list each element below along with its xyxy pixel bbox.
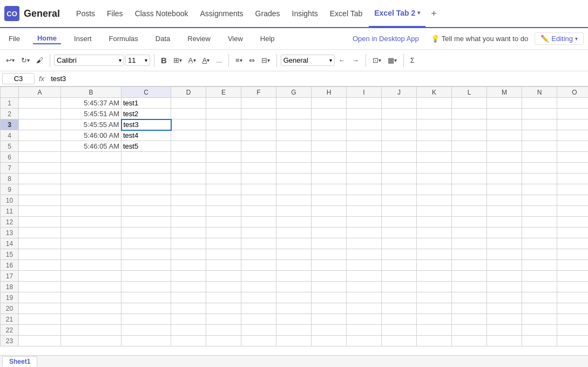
cell-n18[interactable] [522,282,557,292]
cell-a23[interactable] [19,336,61,346]
nav-assignments[interactable]: Assignments [194,0,248,28]
cell-f21[interactable] [241,314,276,325]
cell-a5[interactable] [19,141,61,152]
cell-n9[interactable] [522,184,557,195]
cell-b3[interactable]: 5:45:55 AM [61,119,121,130]
cell-o21[interactable] [557,314,589,325]
cell-a4[interactable] [19,130,61,141]
cell-c17[interactable] [121,271,171,282]
cell-c2[interactable]: test2 [121,109,171,119]
cell-c23[interactable] [121,336,171,346]
cell-h15[interactable] [312,249,347,260]
cell-d17[interactable] [171,271,206,282]
col-header-o[interactable]: O [557,87,589,98]
cell-g1[interactable] [276,98,312,109]
cell-m5[interactable] [487,141,522,152]
cell-j13[interactable] [382,228,417,238]
cell-o22[interactable] [557,325,589,336]
cell-h22[interactable] [312,325,347,336]
cell-k7[interactable] [417,163,452,174]
cell-c15[interactable] [121,249,171,260]
cell-n1[interactable] [522,98,557,109]
cell-g19[interactable] [276,292,312,303]
cell-e19[interactable] [206,292,241,303]
cell-g23[interactable] [276,336,312,346]
cell-f18[interactable] [241,282,276,292]
cell-e16[interactable] [206,260,241,271]
open-desktop-button[interactable]: Open in Desktop App [347,32,424,45]
col-header-l[interactable]: L [452,87,487,98]
cell-h10[interactable] [312,195,347,206]
nav-insights[interactable]: Insights [287,0,323,28]
cell-o3[interactable] [557,119,589,130]
cell-o1[interactable] [557,98,589,109]
row-number-13[interactable]: 13 [1,228,19,238]
cell-a15[interactable] [19,249,61,260]
cell-g15[interactable] [276,249,312,260]
cell-m19[interactable] [487,292,522,303]
cell-m23[interactable] [487,336,522,346]
cell-e5[interactable] [206,141,241,152]
cell-k16[interactable] [417,260,452,271]
cell-c5[interactable]: test5 [121,141,171,152]
cell-m18[interactable] [487,282,522,292]
cell-reference-input[interactable] [2,73,35,84]
cell-i19[interactable] [347,292,382,303]
cell-n3[interactable] [522,119,557,130]
cell-o16[interactable] [557,260,589,271]
cell-i11[interactable] [347,206,382,217]
cell-b7[interactable] [61,163,121,174]
cell-c10[interactable] [121,195,171,206]
cell-b5[interactable]: 5:46:05 AM [61,141,121,152]
cell-m22[interactable] [487,325,522,336]
cell-f3[interactable] [241,119,276,130]
row-number-22[interactable]: 22 [1,325,19,336]
cell-c21[interactable] [121,314,171,325]
cell-f10[interactable] [241,195,276,206]
cell-o9[interactable] [557,184,589,195]
cell-b17[interactable] [61,271,121,282]
cell-h21[interactable] [312,314,347,325]
cell-n22[interactable] [522,325,557,336]
row-number-8[interactable]: 8 [1,174,19,184]
cell-d12[interactable] [171,217,206,228]
cell-h13[interactable] [312,228,347,238]
cell-e18[interactable] [206,282,241,292]
cell-m6[interactable] [487,152,522,163]
cell-a21[interactable] [19,314,61,325]
bold-button[interactable]: B [158,54,170,66]
row-number-12[interactable]: 12 [1,217,19,228]
cell-d11[interactable] [171,206,206,217]
cell-b23[interactable] [61,336,121,346]
cell-k18[interactable] [417,282,452,292]
cell-j21[interactable] [382,314,417,325]
cell-h9[interactable] [312,184,347,195]
cell-m2[interactable] [487,109,522,119]
cell-d2[interactable] [171,109,206,119]
cell-e14[interactable] [206,238,241,249]
cell-f4[interactable] [241,130,276,141]
add-tab-button[interactable]: + [427,6,441,22]
redo-button[interactable]: ↻▾ [18,55,32,66]
cell-g10[interactable] [276,195,312,206]
cell-m8[interactable] [487,174,522,184]
cell-b21[interactable] [61,314,121,325]
cell-b9[interactable] [61,184,121,195]
row-number-5[interactable]: 5 [1,141,19,152]
cell-h8[interactable] [312,174,347,184]
cell-j12[interactable] [382,217,417,228]
cell-j19[interactable] [382,292,417,303]
cell-h16[interactable] [312,260,347,271]
cell-g14[interactable] [276,238,312,249]
cell-h4[interactable] [312,130,347,141]
font-name-select[interactable]: Calibri ▾ [54,55,124,66]
cell-d1[interactable] [171,98,206,109]
cell-a12[interactable] [19,217,61,228]
row-number-10[interactable]: 10 [1,195,19,206]
cell-j3[interactable] [382,119,417,130]
row-number-15[interactable]: 15 [1,249,19,260]
cell-d7[interactable] [171,163,206,174]
nav-excel-tab[interactable]: Excel Tab [325,0,368,28]
cell-e6[interactable] [206,152,241,163]
cell-c8[interactable] [121,174,171,184]
